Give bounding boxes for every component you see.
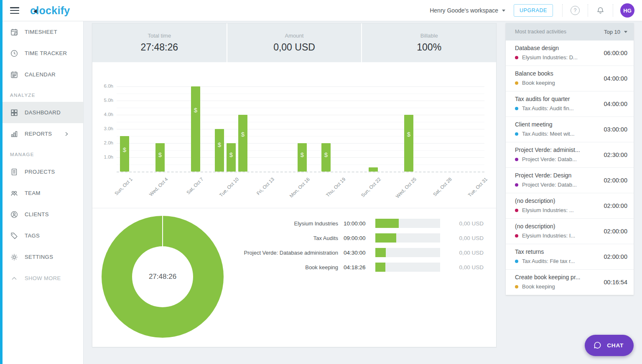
x-axis-label: Sat, Oct 28 xyxy=(432,177,453,197)
most-tracked-panel: Most tracked activities Top 10 Database … xyxy=(506,23,634,295)
project-name: Tax Audits: Audit fin... xyxy=(522,105,574,111)
legend-row[interactable]: Project Verde: Database administration04… xyxy=(238,247,484,258)
activity-title: Database design xyxy=(515,45,559,51)
activity-title: (no description) xyxy=(515,197,555,204)
donut-legend: Elysium Industries10:00:000,00 USDTax Au… xyxy=(238,217,484,276)
gridline-minor xyxy=(117,94,484,94)
activity-project: Elysium Industries: I... xyxy=(515,233,575,239)
help-icon[interactable]: ? xyxy=(571,6,580,15)
sidebar-item-tags[interactable]: TAGS xyxy=(0,225,83,246)
chart-bar[interactable]: $ xyxy=(227,143,236,172)
x-axis-label: Sun, Oct 1 xyxy=(114,177,133,196)
tracked-activity-item[interactable]: Client meetingTax Audits: Meet wit...03:… xyxy=(506,117,634,142)
legend-time: 10:00:00 xyxy=(344,220,370,227)
divider xyxy=(613,4,613,17)
workspace-selector[interactable]: Henry Goode's workspace xyxy=(430,7,505,14)
chart-bar[interactable]: $ xyxy=(298,143,307,172)
activity-title: (no description) xyxy=(515,223,555,230)
chart-bar[interactable]: $ xyxy=(238,115,247,172)
tracked-activity-item[interactable]: Tax returnsTax Audits: File tax r...02:0… xyxy=(506,244,634,270)
activity-time: 06:00:00 xyxy=(604,50,627,56)
y-axis-label: 5.0h xyxy=(95,98,113,103)
tracked-activity-item[interactable]: Create book keeping pr...Book keeping00:… xyxy=(506,270,634,295)
chart-bar[interactable]: $ xyxy=(120,136,129,172)
x-axis-label: Sun, Oct 22 xyxy=(360,177,382,198)
billable-dollar-icon: $ xyxy=(215,141,224,148)
sidebar-item-team[interactable]: TEAM xyxy=(0,182,83,204)
project-color-dot xyxy=(515,107,518,110)
legend-amount: 0,00 USD xyxy=(440,264,484,270)
sidebar-item-label: PROJECTS xyxy=(25,169,55,175)
legend-row[interactable]: Book keeping04:18:260,00 USD xyxy=(238,261,484,273)
clockify-logo[interactable]: clockify xyxy=(30,5,70,17)
tracked-activity-item[interactable]: (no description)Elysium Industries: ...0… xyxy=(506,193,634,219)
activity-title: Balance books xyxy=(515,70,553,77)
tracked-activity-item[interactable]: Balance booksBook keeping04:00:00 xyxy=(506,66,634,91)
gridline xyxy=(117,115,484,115)
chart-bar[interactable]: $ xyxy=(404,115,413,172)
project-name: Book keeping xyxy=(522,283,555,290)
project-color-dot xyxy=(515,234,518,238)
chart-bar[interactable]: $ xyxy=(321,143,331,172)
upgrade-button[interactable]: UPGRADE xyxy=(514,4,553,17)
sidebar-item-dashboard[interactable]: DASHBOARD xyxy=(0,102,83,123)
top-10-filter[interactable]: Top 10 xyxy=(604,29,627,35)
tracked-activity-item[interactable]: Project Verde: DesignProject Verde: Data… xyxy=(506,168,634,193)
activity-time: 02:00:00 xyxy=(604,177,627,184)
chart-baseline xyxy=(117,172,484,172)
tracked-activity-item[interactable]: Database designElysium Industries: D...0… xyxy=(506,40,634,66)
chart-bar[interactable]: $ xyxy=(215,129,224,172)
billable-dollar-icon: $ xyxy=(298,151,307,158)
chart-bar[interactable] xyxy=(369,167,378,172)
x-axis-label: Tue, Oct 10 xyxy=(219,177,240,198)
sidebar-item-clients[interactable]: CLIENTS xyxy=(0,204,83,225)
hamburger-menu-icon[interactable] xyxy=(10,7,19,14)
activity-project: Elysium Industries: ... xyxy=(515,207,574,213)
sidebar-item-calendar[interactable]: CALENDAR xyxy=(0,64,83,85)
tracked-activity-item[interactable]: (no description)Elysium Industries: I...… xyxy=(506,219,634,244)
summary-value: 100% xyxy=(417,42,441,53)
sidebar-show-more[interactable]: SHOW MORE xyxy=(0,268,83,289)
tracked-activity-item[interactable]: Tax audits for quarterTax Audits: Audit … xyxy=(506,91,634,117)
legend-project-name: Project Verde: Database administration xyxy=(238,250,344,256)
legend-row[interactable]: Elysium Industries10:00:000,00 USD xyxy=(238,217,484,229)
sidebar-item-settings[interactable]: SETTINGS xyxy=(0,246,83,268)
sidebar-item-projects[interactable]: PROJECTS xyxy=(0,161,83,182)
donut-slice-gap xyxy=(162,216,163,248)
billable-dollar-icon: $ xyxy=(321,151,331,158)
activity-time: 04:00:00 xyxy=(604,101,627,107)
panel-items: Database designElysium Industries: D...0… xyxy=(506,40,634,295)
section-divider xyxy=(92,208,496,208)
legend-time: 04:18:26 xyxy=(344,264,370,270)
summary-strip: Total time 27:48:26 Amount 0,00 USD Bill… xyxy=(92,23,496,62)
sidebar-item-timesheet[interactable]: TIMESHEET xyxy=(0,21,83,43)
chart-bar[interactable]: $ xyxy=(155,143,165,172)
chat-button[interactable]: CHAT xyxy=(585,335,634,356)
sidebar-item-label: SETTINGS xyxy=(25,254,53,260)
x-axis-label: Mon, Oct 16 xyxy=(289,177,311,199)
legend-project-name: Book keeping xyxy=(238,264,344,270)
activity-title: Client meeting xyxy=(515,121,553,128)
legend-row[interactable]: Tax Audits09:00:000,00 USD xyxy=(238,232,484,244)
user-avatar[interactable]: HG xyxy=(620,3,634,18)
activity-time: 02:00:00 xyxy=(604,202,627,209)
legend-amount: 0,00 USD xyxy=(440,235,484,241)
sidebar-section-analyze: ANALYZE xyxy=(0,85,83,102)
activity-title: Project Verde: administ... xyxy=(515,147,580,153)
activity-project: Book keeping xyxy=(515,283,555,290)
chart-bar[interactable]: $ xyxy=(191,86,200,172)
legend-progress-fill xyxy=(375,263,385,272)
summary-billable: Billable 100% xyxy=(362,23,496,62)
timesheet-icon xyxy=(10,28,18,36)
top-bar: clockify Henry Goode's workspace UPGRADE… xyxy=(0,0,642,21)
sidebar-item-reports[interactable]: REPORTS xyxy=(0,123,83,144)
notifications-bell-icon[interactable] xyxy=(596,6,605,15)
y-axis-label: 6.0h xyxy=(95,83,113,88)
divider xyxy=(562,4,563,17)
project-name: Project Verde: Datab... xyxy=(522,182,577,188)
legend-time: 09:00:00 xyxy=(344,235,370,241)
gridline-minor xyxy=(117,136,484,136)
activity-project: Elysium Industries: D... xyxy=(515,54,578,61)
tracked-activity-item[interactable]: Project Verde: administ...Project Verde:… xyxy=(506,142,634,168)
sidebar-item-time-tracker[interactable]: TIME TRACKER xyxy=(0,43,83,64)
